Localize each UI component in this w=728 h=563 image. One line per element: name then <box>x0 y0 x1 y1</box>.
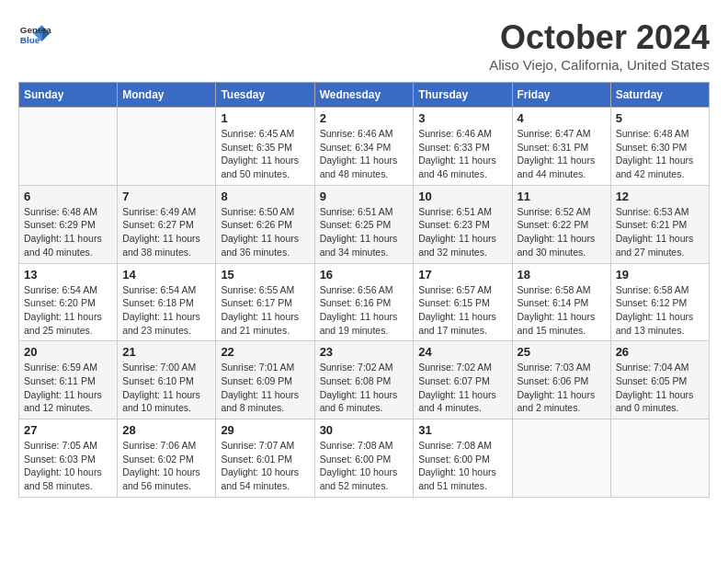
weekday-header-friday: Friday <box>512 83 610 108</box>
title-block: October 2024 Aliso Viejo, California, Un… <box>489 18 710 73</box>
day-number: 13 <box>24 268 112 282</box>
day-number: 7 <box>122 190 210 203</box>
day-cell: 26Sunrise: 7:04 AMSunset: 6:05 PMDayligh… <box>610 341 709 419</box>
day-info: Sunrise: 6:48 AMSunset: 6:29 PMDaylight:… <box>24 205 112 259</box>
day-info: Sunrise: 6:58 AMSunset: 6:14 PMDaylight:… <box>518 283 606 338</box>
day-number: 12 <box>616 190 704 203</box>
day-info: Sunrise: 6:59 AMSunset: 6:11 PMDaylight:… <box>24 361 112 415</box>
day-info: Sunrise: 6:45 AMSunset: 6:35 PMDaylight:… <box>221 127 309 181</box>
day-info: Sunrise: 6:54 AMSunset: 6:18 PMDaylight:… <box>122 283 210 338</box>
day-number: 27 <box>24 423 112 437</box>
day-cell: 20Sunrise: 6:59 AMSunset: 6:11 PMDayligh… <box>19 341 118 419</box>
day-cell: 8Sunrise: 6:50 AMSunset: 6:26 PMDaylight… <box>216 185 314 263</box>
calendar-body: 1Sunrise: 6:45 AMSunset: 6:35 PMDaylight… <box>19 108 710 498</box>
weekday-header-tuesday: Tuesday <box>216 83 314 108</box>
day-cell: 5Sunrise: 6:48 AMSunset: 6:30 PMDaylight… <box>610 108 709 186</box>
day-info: Sunrise: 6:49 AMSunset: 6:27 PMDaylight:… <box>122 205 210 259</box>
day-number: 20 <box>24 345 112 359</box>
day-info: Sunrise: 6:46 AMSunset: 6:34 PMDaylight:… <box>320 127 409 181</box>
day-info: Sunrise: 6:52 AMSunset: 6:22 PMDaylight:… <box>518 205 606 259</box>
day-number: 16 <box>320 268 409 282</box>
day-cell: 19Sunrise: 6:58 AMSunset: 6:12 PMDayligh… <box>610 263 709 341</box>
day-info: Sunrise: 7:02 AMSunset: 6:08 PMDaylight:… <box>320 361 409 415</box>
day-info: Sunrise: 6:51 AMSunset: 6:23 PMDaylight:… <box>418 205 506 259</box>
day-number: 14 <box>122 268 210 282</box>
weekday-header-row: SundayMondayTuesdayWednesdayThursdayFrid… <box>19 83 710 108</box>
day-info: Sunrise: 7:05 AMSunset: 6:03 PMDaylight:… <box>24 439 112 493</box>
day-info: Sunrise: 7:03 AMSunset: 6:06 PMDaylight:… <box>518 361 606 415</box>
day-number: 25 <box>518 345 606 359</box>
day-number: 29 <box>221 423 309 437</box>
day-info: Sunrise: 6:54 AMSunset: 6:20 PMDaylight:… <box>24 283 112 338</box>
day-info: Sunrise: 7:01 AMSunset: 6:09 PMDaylight:… <box>221 361 309 415</box>
day-info: Sunrise: 7:08 AMSunset: 6:00 PMDaylight:… <box>418 439 506 493</box>
day-cell: 11Sunrise: 6:52 AMSunset: 6:22 PMDayligh… <box>512 185 610 263</box>
day-info: Sunrise: 6:46 AMSunset: 6:33 PMDaylight:… <box>418 127 506 181</box>
page-header: General Blue October 2024 Aliso Viejo, C… <box>18 18 710 73</box>
day-info: Sunrise: 7:06 AMSunset: 6:02 PMDaylight:… <box>122 439 210 493</box>
logo-icon: General Blue <box>18 18 51 52</box>
day-number: 10 <box>418 190 506 203</box>
day-cell: 27Sunrise: 7:05 AMSunset: 6:03 PMDayligh… <box>19 419 118 498</box>
day-cell: 25Sunrise: 7:03 AMSunset: 6:06 PMDayligh… <box>512 341 610 419</box>
day-cell: 23Sunrise: 7:02 AMSunset: 6:08 PMDayligh… <box>314 341 414 419</box>
day-number: 3 <box>418 111 506 125</box>
day-cell: 3Sunrise: 6:46 AMSunset: 6:33 PMDaylight… <box>414 108 512 186</box>
day-number: 17 <box>418 268 506 282</box>
day-cell: 13Sunrise: 6:54 AMSunset: 6:20 PMDayligh… <box>19 263 118 341</box>
day-info: Sunrise: 6:57 AMSunset: 6:15 PMDaylight:… <box>418 283 506 338</box>
day-info: Sunrise: 7:02 AMSunset: 6:07 PMDaylight:… <box>418 361 506 415</box>
day-cell: 2Sunrise: 6:46 AMSunset: 6:34 PMDaylight… <box>314 108 414 186</box>
day-cell: 28Sunrise: 7:06 AMSunset: 6:02 PMDayligh… <box>118 419 216 498</box>
day-cell: 6Sunrise: 6:48 AMSunset: 6:29 PMDaylight… <box>19 185 118 263</box>
weekday-header-saturday: Saturday <box>610 83 709 108</box>
week-row-1: 1Sunrise: 6:45 AMSunset: 6:35 PMDaylight… <box>19 108 710 186</box>
day-cell: 14Sunrise: 6:54 AMSunset: 6:18 PMDayligh… <box>118 263 216 341</box>
day-number: 4 <box>518 111 606 125</box>
day-info: Sunrise: 7:08 AMSunset: 6:00 PMDaylight:… <box>320 439 409 493</box>
day-info: Sunrise: 6:55 AMSunset: 6:17 PMDaylight:… <box>221 283 309 338</box>
day-info: Sunrise: 7:00 AMSunset: 6:10 PMDaylight:… <box>122 361 210 415</box>
day-cell: 17Sunrise: 6:57 AMSunset: 6:15 PMDayligh… <box>414 263 512 341</box>
week-row-3: 13Sunrise: 6:54 AMSunset: 6:20 PMDayligh… <box>19 263 710 341</box>
day-cell: 15Sunrise: 6:55 AMSunset: 6:17 PMDayligh… <box>216 263 314 341</box>
day-number: 5 <box>616 111 704 125</box>
day-number: 22 <box>221 345 309 359</box>
day-number: 28 <box>122 423 210 437</box>
day-number: 1 <box>221 111 309 125</box>
calendar-table: SundayMondayTuesdayWednesdayThursdayFrid… <box>18 82 710 498</box>
day-cell: 16Sunrise: 6:56 AMSunset: 6:16 PMDayligh… <box>314 263 414 341</box>
day-info: Sunrise: 6:47 AMSunset: 6:31 PMDaylight:… <box>518 127 606 181</box>
day-info: Sunrise: 6:50 AMSunset: 6:26 PMDaylight:… <box>221 205 309 259</box>
svg-text:General: General <box>20 25 51 35</box>
day-number: 23 <box>320 345 409 359</box>
day-cell: 29Sunrise: 7:07 AMSunset: 6:01 PMDayligh… <box>216 419 314 498</box>
day-info: Sunrise: 7:07 AMSunset: 6:01 PMDaylight:… <box>221 439 309 493</box>
day-cell: 12Sunrise: 6:53 AMSunset: 6:21 PMDayligh… <box>610 185 709 263</box>
day-number: 18 <box>518 268 606 282</box>
day-info: Sunrise: 6:53 AMSunset: 6:21 PMDaylight:… <box>616 205 704 259</box>
day-cell: 31Sunrise: 7:08 AMSunset: 6:00 PMDayligh… <box>414 419 512 498</box>
weekday-header-monday: Monday <box>118 83 216 108</box>
week-row-5: 27Sunrise: 7:05 AMSunset: 6:03 PMDayligh… <box>19 419 710 498</box>
day-cell <box>118 108 216 186</box>
week-row-2: 6Sunrise: 6:48 AMSunset: 6:29 PMDaylight… <box>19 185 710 263</box>
day-cell: 18Sunrise: 6:58 AMSunset: 6:14 PMDayligh… <box>512 263 610 341</box>
svg-text:Blue: Blue <box>20 35 40 45</box>
day-cell: 7Sunrise: 6:49 AMSunset: 6:27 PMDaylight… <box>118 185 216 263</box>
day-number: 6 <box>24 190 112 203</box>
day-info: Sunrise: 6:48 AMSunset: 6:30 PMDaylight:… <box>616 127 704 181</box>
day-cell: 9Sunrise: 6:51 AMSunset: 6:25 PMDaylight… <box>314 185 414 263</box>
day-number: 11 <box>518 190 606 203</box>
weekday-header-sunday: Sunday <box>19 83 118 108</box>
day-cell: 10Sunrise: 6:51 AMSunset: 6:23 PMDayligh… <box>414 185 512 263</box>
day-number: 24 <box>418 345 506 359</box>
logo: General Blue <box>18 18 55 52</box>
day-cell <box>610 419 709 498</box>
day-number: 9 <box>320 190 409 203</box>
day-info: Sunrise: 7:04 AMSunset: 6:05 PMDaylight:… <box>616 361 704 415</box>
day-cell <box>19 108 118 186</box>
day-info: Sunrise: 6:51 AMSunset: 6:25 PMDaylight:… <box>320 205 409 259</box>
location: Aliso Viejo, California, United States <box>489 57 710 73</box>
week-row-4: 20Sunrise: 6:59 AMSunset: 6:11 PMDayligh… <box>19 341 710 419</box>
